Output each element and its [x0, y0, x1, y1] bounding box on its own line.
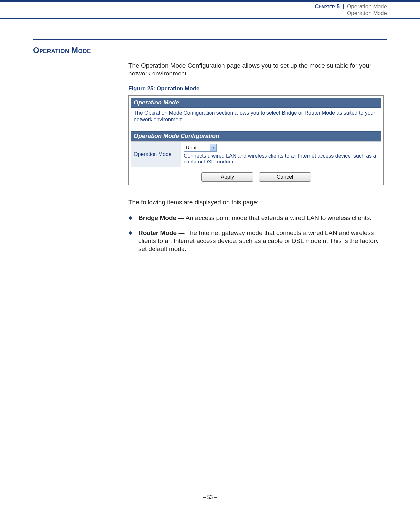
bullet-sep: — — [176, 214, 186, 221]
chapter-subtitle: Operation Mode — [0, 10, 387, 16]
select-value: Router — [184, 145, 210, 150]
bullet-term: Bridge Mode — [138, 214, 176, 221]
panel-operation-mode-text: The Operation Mode Configuration section… — [131, 108, 381, 125]
figure-caption: Figure 25: Operation Mode — [128, 85, 384, 92]
page-header: Chapter 5 | Operation Mode Operation Mod… — [0, 2, 420, 18]
figure-frame: Operation Mode The Operation Mode Config… — [128, 95, 384, 185]
items-intro: The following items are displayed on thi… — [128, 198, 384, 206]
header-divider — [0, 18, 420, 19]
panel-config-header: Operation Mode Configuration — [131, 131, 381, 141]
panel-operation-mode-header: Operation Mode — [131, 98, 381, 108]
list-item: Bridge Mode — An access point mode that … — [128, 214, 384, 222]
chapter-title: Operation Mode — [347, 3, 387, 10]
chevron-down-icon: ▼ — [210, 144, 216, 151]
list-item: Router Mode — The Internet gateway mode … — [128, 229, 384, 252]
config-row-description: Connects a wired LAN and wireless client… — [184, 153, 378, 165]
operation-mode-select[interactable]: Router ▼ — [184, 144, 217, 152]
config-row-label: Operation Mode — [131, 141, 181, 167]
apply-button[interactable]: Apply — [201, 172, 253, 182]
bullet-term: Router Mode — [138, 229, 177, 236]
chapter-label: Chapter 5 — [315, 3, 340, 10]
bullet-list: Bridge Mode — An access point mode that … — [128, 214, 384, 252]
bullet-sep: — — [177, 229, 186, 236]
intro-paragraph: The Operation Mode Configuration page al… — [128, 62, 384, 77]
page-number: – 53 – — [0, 494, 420, 500]
header-separator: | — [343, 3, 344, 10]
button-row: Apply Cancel — [131, 167, 381, 183]
section-title: Operation Mode — [33, 46, 387, 55]
config-table: Operation Mode Router ▼ Connects a wired… — [131, 141, 381, 167]
config-row-value: Router ▼ Connects a wired LAN and wirele… — [181, 141, 381, 167]
cancel-button[interactable]: Cancel — [259, 172, 311, 182]
section-rule — [33, 39, 387, 40]
bullet-desc: An access point mode that extends a wire… — [186, 214, 372, 221]
